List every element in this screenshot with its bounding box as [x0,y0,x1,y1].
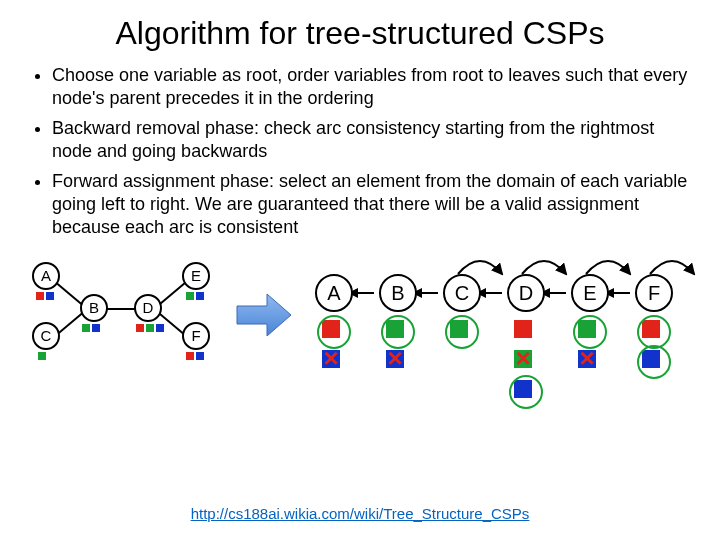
ring-icon [445,315,479,349]
chain-node-a: A [315,274,353,312]
ring-icon [637,345,671,379]
domain-blue [196,292,204,300]
domain-red [136,324,144,332]
chain-node-b: B [379,274,417,312]
tree-node-f: F [182,322,210,350]
bullet-2: Backward removal phase: check arc consis… [52,117,690,164]
tree-node-b: B [80,294,108,322]
domain-green [186,292,194,300]
source-link[interactable]: http://cs188ai.wikia.com/wiki/Tree_Struc… [191,505,530,522]
chain-node-f: F [635,274,673,312]
tree-node-e: E [182,262,210,290]
domain-green [146,324,154,332]
chain-node-e: E [571,274,609,312]
ring-icon [509,375,543,409]
domain-blue [46,292,54,300]
tree-node-a: A [32,262,60,290]
bullet-3: Forward assignment phase: select an elem… [52,170,690,240]
chain-diagram: A B C D E F × × × [310,260,700,420]
bullet-1: Choose one variable as root, order varia… [52,64,690,111]
chain-node-c: C [443,274,481,312]
x-icon: × [319,346,343,370]
tree-node-c: C [32,322,60,350]
x-icon: × [511,346,535,370]
ring-icon [637,315,671,349]
x-icon: × [383,346,407,370]
domain-blue [196,352,204,360]
x-icon: × [575,346,599,370]
domain-red [36,292,44,300]
footer-link: http://cs188ai.wikia.com/wiki/Tree_Struc… [0,505,720,522]
domain-green [38,352,46,360]
arrow-icon [235,290,295,340]
domain-red [514,320,532,338]
domain-blue [156,324,164,332]
slide: Algorithm for tree-structured CSPs Choos… [0,0,720,540]
bullet-list: Choose one variable as root, order varia… [30,64,690,240]
tree-diagram: A C B D E F [30,260,220,380]
domain-blue [92,324,100,332]
domain-green [82,324,90,332]
diagram-area: A C B D E F [30,250,690,450]
page-title: Algorithm for tree-structured CSPs [30,15,690,52]
chain-node-d: D [507,274,545,312]
chain-arcs [310,242,700,282]
svg-marker-0 [237,294,291,336]
domain-red [186,352,194,360]
tree-node-d: D [134,294,162,322]
